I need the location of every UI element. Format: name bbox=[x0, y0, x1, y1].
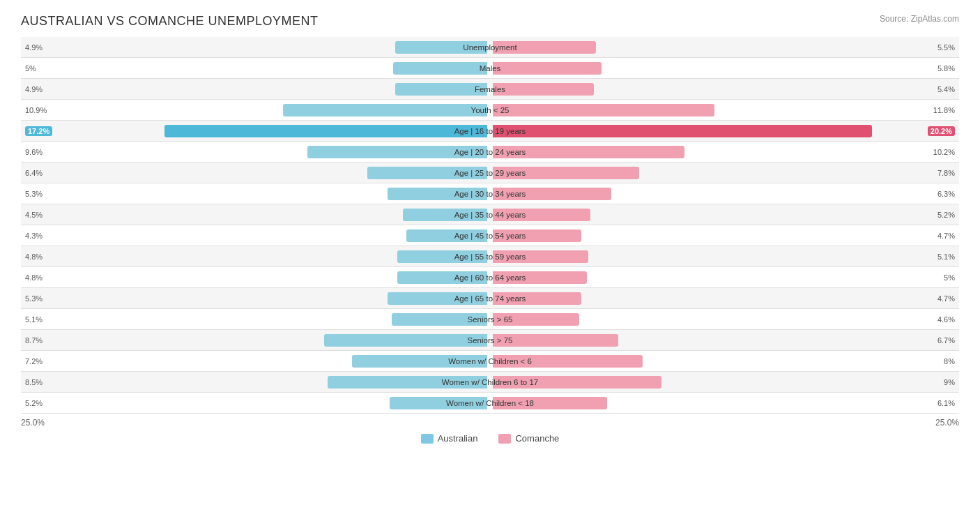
value-right: 6.1% bbox=[937, 399, 955, 407]
chart-row: 4.9% Females 5.4% bbox=[21, 79, 959, 100]
chart-row: 6.4% Age | 25 to 29 years 7.8% bbox=[21, 163, 959, 183]
value-right: 5.1% bbox=[937, 252, 955, 261]
legend-australian-box bbox=[421, 434, 434, 444]
value-left: 10.9% bbox=[25, 106, 47, 114]
value-left: 5% bbox=[25, 64, 36, 73]
row-left-half: 5.3% bbox=[21, 288, 490, 308]
bar-left bbox=[352, 355, 487, 368]
row-left-half: 7.2% bbox=[21, 351, 490, 371]
legend-comanche-box bbox=[498, 434, 511, 444]
bar-right bbox=[493, 355, 643, 368]
bar-right bbox=[493, 292, 581, 305]
bar-right bbox=[493, 250, 588, 263]
row-right-half: 5.8% bbox=[490, 58, 959, 78]
row-right-half: 5% bbox=[490, 267, 959, 287]
bar-right bbox=[493, 167, 639, 179]
bar-right bbox=[493, 188, 611, 200]
chart-row: 7.2% Women w/ Children < 6 8% bbox=[21, 351, 959, 372]
value-right: 5.8% bbox=[937, 64, 955, 73]
value-left: 9.6% bbox=[25, 148, 43, 156]
row-left-half: 5.3% bbox=[21, 183, 490, 204]
value-right: 4.7% bbox=[937, 232, 955, 240]
row-right-half: 7.8% bbox=[490, 163, 959, 183]
bar-left bbox=[393, 62, 487, 75]
row-right-half: 4.7% bbox=[490, 288, 959, 308]
bar-left bbox=[307, 146, 487, 158]
bar-left bbox=[406, 229, 487, 242]
chart-row: 8.5% Women w/ Children 6 to 17 9% bbox=[21, 372, 959, 393]
chart-row: 4.8% Age | 55 to 59 years 5.1% bbox=[21, 246, 959, 267]
row-right-half: 8% bbox=[490, 351, 959, 371]
value-right: 5% bbox=[944, 273, 955, 282]
bar-right bbox=[493, 125, 872, 137]
bar-left bbox=[395, 41, 487, 54]
value-left: 6.4% bbox=[25, 169, 43, 177]
row-left-half: 4.9% bbox=[21, 37, 490, 57]
chart-row: 5% Males 5.8% bbox=[21, 58, 959, 79]
chart-title: AUSTRALIAN VS COMANCHE UNEMPLOYMENT bbox=[21, 14, 319, 29]
row-left-half: 17.2% bbox=[21, 121, 490, 141]
value-left: 4.3% bbox=[25, 232, 43, 240]
value-right: 11.8% bbox=[933, 106, 955, 114]
bar-left bbox=[388, 292, 487, 305]
value-left: 8.5% bbox=[25, 378, 43, 386]
row-right-half: 6.3% bbox=[490, 183, 959, 204]
row-right-half: 20.2% bbox=[490, 121, 959, 141]
bar-right bbox=[493, 146, 684, 158]
legend-comanche-label: Comanche bbox=[515, 433, 559, 444]
bar-left bbox=[367, 167, 487, 179]
bar-left bbox=[324, 334, 487, 347]
bar-right bbox=[493, 313, 579, 326]
value-left: 5.1% bbox=[25, 315, 43, 324]
row-right-half: 10.2% bbox=[490, 142, 959, 162]
chart-row: 4.8% Age | 60 to 64 years 5% bbox=[21, 267, 959, 288]
chart-row: 8.7% Seniors > 75 6.7% bbox=[21, 330, 959, 351]
chart-row: 4.3% Age | 45 to 54 years 4.7% bbox=[21, 225, 959, 246]
bar-right bbox=[493, 62, 602, 75]
value-left: 5.3% bbox=[25, 294, 43, 303]
bar-right bbox=[493, 229, 581, 242]
row-right-half: 5.1% bbox=[490, 246, 959, 266]
row-right-half: 5.5% bbox=[490, 37, 959, 57]
value-right: 7.8% bbox=[937, 169, 955, 177]
row-left-half: 6.4% bbox=[21, 163, 490, 183]
value-left: 5.2% bbox=[25, 399, 43, 407]
chart-row: 4.5% Age | 35 to 44 years 5.2% bbox=[21, 204, 959, 225]
value-right: 4.7% bbox=[937, 294, 955, 303]
axis-row: 25.0% 25.0% bbox=[21, 418, 959, 428]
axis-right-label: 25.0% bbox=[935, 418, 959, 428]
legend-comanche: Comanche bbox=[498, 433, 559, 444]
bar-left bbox=[392, 313, 487, 326]
row-right-half: 11.8% bbox=[490, 100, 959, 120]
value-right: 4.6% bbox=[937, 315, 955, 324]
chart-rows: 4.9% Unemployment 5.5% 5% Males 5.8% 4.9… bbox=[21, 37, 959, 414]
bar-right bbox=[493, 376, 661, 389]
bar-left bbox=[328, 376, 487, 389]
chart-row: 10.9% Youth < 25 11.8% bbox=[21, 100, 959, 121]
chart-row: 5.2% Women w/ Children < 18 6.1% bbox=[21, 393, 959, 414]
source-label: Source: ZipAtlas.com bbox=[880, 14, 959, 24]
row-left-half: 5.1% bbox=[21, 309, 490, 329]
value-right: 9% bbox=[944, 378, 955, 386]
value-left: 4.5% bbox=[25, 211, 43, 219]
value-left: 4.8% bbox=[25, 273, 43, 282]
bar-left bbox=[395, 83, 487, 96]
bar-right bbox=[493, 41, 596, 54]
row-left-half: 4.5% bbox=[21, 204, 490, 225]
bar-right bbox=[493, 397, 607, 409]
bar-right bbox=[493, 104, 714, 116]
bar-left bbox=[388, 188, 487, 200]
value-right: 10.2% bbox=[933, 148, 955, 156]
row-left-half: 5% bbox=[21, 58, 490, 78]
bar-left bbox=[397, 250, 487, 263]
legend-australian: Australian bbox=[421, 433, 478, 444]
row-left-half: 4.3% bbox=[21, 225, 490, 246]
value-left: 17.2% bbox=[25, 126, 52, 136]
bar-left bbox=[403, 209, 487, 221]
row-left-half: 4.8% bbox=[21, 267, 490, 287]
row-right-half: 6.1% bbox=[490, 393, 959, 413]
legend-australian-label: Australian bbox=[438, 433, 478, 444]
chart-row: 5.3% Age | 65 to 74 years 4.7% bbox=[21, 288, 959, 309]
row-left-half: 4.8% bbox=[21, 246, 490, 266]
value-right: 8% bbox=[944, 357, 955, 365]
